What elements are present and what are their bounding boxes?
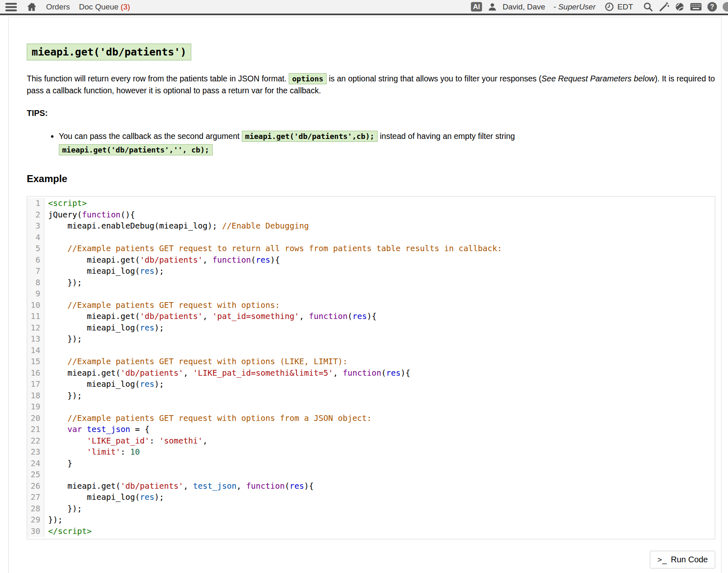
code-line: 27 mieapi_log(res); <box>27 492 715 503</box>
search-button[interactable] <box>643 2 653 12</box>
line-number: 27 <box>27 492 44 503</box>
run-code-label: Run Code <box>671 555 708 564</box>
line-number: 14 <box>27 345 44 356</box>
code-line-text: jQuery(function(){ <box>44 209 135 221</box>
doc-queue-count-badge: (3) <box>121 2 130 11</box>
search-icon <box>643 2 653 12</box>
line-number: 24 <box>27 458 44 469</box>
line-number: 9 <box>27 288 44 300</box>
tip-item: You can pass the callback as the second … <box>59 129 718 157</box>
line-number: 18 <box>27 390 44 402</box>
line-number: 16 <box>27 367 44 379</box>
code-line: 6 mieapi.get('db/patients', function(res… <box>27 254 715 266</box>
line-number: 19 <box>27 401 44 413</box>
inline-code-get-cb: mieapi.get('db/patients',cb); <box>242 131 378 142</box>
example-heading: Example <box>27 173 718 185</box>
code-line-text <box>44 401 53 413</box>
code-line-text: //Example patients GET request with opti… <box>44 413 372 424</box>
line-number: 2 <box>27 209 44 221</box>
line-number: 29 <box>27 514 44 526</box>
code-line: 18 }); <box>27 390 715 402</box>
code-line: 14 <box>27 345 715 356</box>
line-number: 17 <box>27 379 44 390</box>
breadcrumb-doc-queue[interactable]: Doc Queue(3) <box>79 2 130 12</box>
code-line-text: mieapi_log(res); <box>44 379 164 390</box>
line-number: 7 <box>27 266 44 277</box>
code-line: 26 mieapi.get('db/patients', test_json, … <box>27 481 715 492</box>
keyboard-icon <box>690 3 702 11</box>
code-line-text: mieapi_log(res); <box>44 322 164 334</box>
code-line-text: }); <box>44 390 82 402</box>
code-line: 11 mieapi.get('db/patients', 'pat_id=som… <box>27 311 715 322</box>
code-editor[interactable]: 1<script>2jQuery(function(){3 mieapi.ena… <box>27 196 715 539</box>
code-line: 19 <box>27 401 715 413</box>
line-number: 30 <box>27 526 44 537</box>
code-line-text: 'LIKE_pat_id': 'somethi', <box>44 435 207 447</box>
code-line-text: <script> <box>44 198 87 209</box>
hamburger-icon <box>5 2 17 12</box>
line-number: 21 <box>27 424 44 435</box>
page-title: mieapi.get('db/patients') <box>27 44 191 60</box>
code-line-text: 'limit': 10 <box>44 446 140 458</box>
code-line: 8 }); <box>27 277 715 289</box>
top-toolbar: Orders Doc Queue(3) AI David, Dave - Sup… <box>0 0 728 15</box>
timezone-label: EDT <box>617 2 633 12</box>
code-line: 17 mieapi_log(res); <box>27 379 715 390</box>
help-button[interactable]: ? <box>707 2 717 12</box>
code-line-text: }); <box>44 514 63 526</box>
question-mark-icon: ? <box>710 3 714 11</box>
code-line-text: mieapi_log(res); <box>44 492 164 503</box>
code-line-text: mieapi.enableDebug(mieapi_log); //Enable… <box>44 220 309 232</box>
cut-off-icon[interactable] <box>723 2 728 12</box>
user-button[interactable] <box>488 2 497 12</box>
line-number: 13 <box>27 333 44 345</box>
code-line-text: }); <box>44 333 82 345</box>
code-line-text: mieapi.get('db/patients', 'pat_id=someth… <box>44 311 376 322</box>
code-line: 20 //Example patients GET request with o… <box>27 413 715 424</box>
code-line: 16 mieapi.get('db/patients', 'LIKE_pat_i… <box>27 367 715 379</box>
code-line: 4 <box>27 232 715 243</box>
code-line-text: }); <box>44 277 82 289</box>
user-icon <box>488 2 497 12</box>
magic-wand-button[interactable] <box>659 2 669 12</box>
code-line-text: //Example patients GET request with opti… <box>44 300 280 311</box>
terminal-prompt-icon: >_ <box>657 555 667 564</box>
line-number: 28 <box>27 503 44 515</box>
code-line: 7 mieapi_log(res); <box>27 266 715 277</box>
line-number: 23 <box>27 446 44 458</box>
code-line-text <box>44 345 53 356</box>
globe-button[interactable] <box>675 2 684 12</box>
content-card: mieapi.get('db/patients') This function … <box>8 17 721 573</box>
line-number: 15 <box>27 356 44 367</box>
code-line: 28 }); <box>27 503 715 515</box>
code-line-text: } <box>44 458 72 469</box>
line-number: 26 <box>27 481 44 492</box>
code-line-text: mieapi.get('db/patients', function(res){ <box>44 254 280 266</box>
code-line-text: mieapi.get('db/patients', 'LIKE_pat_id=s… <box>44 367 410 379</box>
code-line: 9 <box>27 288 715 300</box>
tips-heading: TIPS: <box>27 109 718 118</box>
line-number: 8 <box>27 277 44 289</box>
inline-code-options: options <box>289 73 327 84</box>
keyboard-button[interactable] <box>690 3 702 11</box>
breadcrumb-orders[interactable]: Orders <box>46 2 70 12</box>
code-line: 24 } <box>27 458 715 469</box>
line-number: 6 <box>27 254 44 266</box>
code-line-text: //Example patients GET request with opti… <box>44 356 348 367</box>
code-line: 21 var test_json = { <box>27 424 715 435</box>
code-line: 2jQuery(function(){ <box>27 209 715 221</box>
line-number: 22 <box>27 435 44 447</box>
run-row: >_Run Code <box>27 551 715 568</box>
code-line: 13 }); <box>27 333 715 345</box>
run-code-button[interactable]: >_Run Code <box>650 551 715 568</box>
intro-paragraph: This function will return every row from… <box>27 73 718 97</box>
ai-badge[interactable]: AI <box>471 2 482 12</box>
line-number: 11 <box>27 311 44 322</box>
hamburger-menu-button[interactable] <box>5 2 17 12</box>
code-line: 23 'limit': 10 <box>27 446 715 458</box>
timezone-button[interactable] <box>605 2 614 12</box>
line-number: 12 <box>27 322 44 334</box>
line-number: 10 <box>27 300 44 311</box>
home-button[interactable] <box>26 2 37 12</box>
code-line-text <box>44 469 53 481</box>
